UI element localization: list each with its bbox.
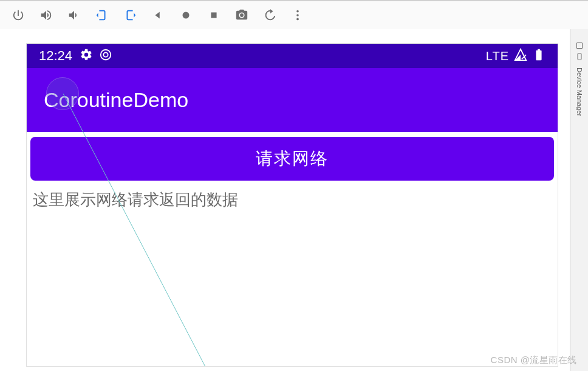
emulator-toolbar <box>0 0 588 29</box>
circle-q-icon <box>99 48 112 64</box>
record-icon[interactable] <box>179 8 193 23</box>
svg-point-3 <box>296 14 299 16</box>
request-network-button[interactable]: 请求网络 <box>30 137 554 181</box>
right-sidebar: Device Manager <box>570 29 588 371</box>
battery-icon <box>532 48 545 64</box>
rotate-right-icon[interactable] <box>123 8 137 23</box>
request-network-button-label: 请求网络 <box>256 147 329 170</box>
sidebar-phone-icon[interactable] <box>575 52 584 61</box>
result-text: 这里展示网络请求返回的数据 <box>30 189 554 210</box>
volume-up-icon[interactable] <box>39 8 53 23</box>
svg-rect-9 <box>576 43 582 48</box>
more-icon[interactable] <box>290 8 305 23</box>
sidebar-tab-device-manager[interactable]: Device Manager <box>574 63 585 120</box>
frame-area: 12:24 LTE CoroutineDemo 请求网络 这里展示网络请求返回的… <box>0 29 588 371</box>
stop-icon[interactable] <box>207 8 221 23</box>
svg-point-2 <box>296 10 299 13</box>
status-time: 12:24 <box>39 48 72 64</box>
svg-point-0 <box>183 12 190 19</box>
power-icon[interactable] <box>11 8 26 23</box>
lte-label: LTE <box>486 49 509 63</box>
svg-point-6 <box>103 52 108 57</box>
gear-icon <box>80 48 93 64</box>
sidebar-square-icon[interactable] <box>575 41 584 50</box>
svg-rect-1 <box>211 12 216 18</box>
volume-down-icon[interactable] <box>67 8 81 23</box>
app-content: 请求网络 这里展示网络请求返回的数据 <box>27 132 558 210</box>
camera-icon[interactable] <box>234 8 249 23</box>
action-bar: CoroutineDemo <box>27 68 558 132</box>
svg-point-5 <box>101 50 111 60</box>
rotate-left-icon[interactable] <box>95 8 109 23</box>
device-screen: 12:24 LTE CoroutineDemo 请求网络 这里展示网络请求返回的… <box>27 44 558 366</box>
back-icon[interactable] <box>151 8 165 23</box>
svg-point-4 <box>296 18 299 21</box>
signal-icon <box>514 48 527 64</box>
svg-rect-10 <box>578 54 581 60</box>
android-status-bar: 12:24 LTE <box>27 44 558 68</box>
screenrecord-icon[interactable] <box>262 8 277 23</box>
watermark: CSDN @流星雨在线 <box>491 355 577 366</box>
app-title: CoroutineDemo <box>44 88 188 112</box>
